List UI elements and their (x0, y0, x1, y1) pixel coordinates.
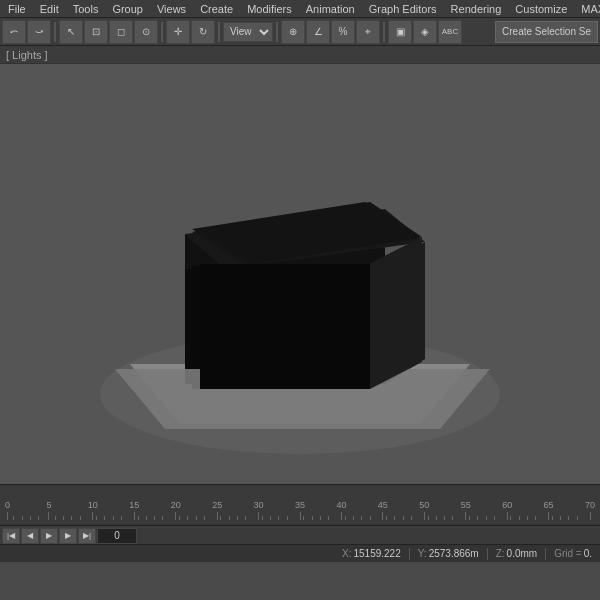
tick-label-25: 25 (212, 500, 222, 510)
tick-label-40: 40 (336, 500, 346, 510)
timeline-minor-tick (237, 516, 238, 520)
minor-tick-line (519, 516, 520, 520)
timeline-minor-tick (353, 516, 354, 520)
timeline-minor-tick (452, 516, 453, 520)
move-button[interactable]: ✛ (166, 20, 190, 44)
tick-line-0 (7, 512, 8, 520)
render-button[interactable]: ▣ (388, 20, 412, 44)
timeline-tick-0: 0 (5, 500, 10, 520)
menu-maxscript[interactable]: MAXScript (575, 0, 600, 18)
minor-tick-line (287, 516, 288, 520)
timeline-minor-tick (22, 516, 23, 520)
snap-toggle[interactable]: ⊕ (281, 20, 305, 44)
minor-tick-line (535, 516, 536, 520)
minor-tick-line (55, 516, 56, 520)
timeline-minor-tick (386, 516, 387, 520)
select-button[interactable]: ↖ (59, 20, 83, 44)
quick-render-button[interactable]: ◈ (413, 20, 437, 44)
timeline-minor-tick (146, 516, 147, 520)
menu-edit[interactable]: Edit (34, 0, 65, 18)
toolbar-left-group: ⤺ ⤻ ↖ ⊡ ◻ ⊙ ✛ ↻ View World Local (2, 20, 462, 44)
minor-tick-line (237, 516, 238, 520)
create-selection-set-button[interactable]: Create Selection Se (495, 21, 598, 43)
percent-snap-toggle[interactable]: % (331, 20, 355, 44)
menu-animation[interactable]: Animation (300, 0, 361, 18)
timeline-minor-tick (162, 516, 163, 520)
next-frame-icon: ▶ (65, 531, 71, 540)
minor-tick-line (196, 516, 197, 520)
minor-tick-line (187, 516, 188, 520)
timeline-minor-tick (229, 516, 230, 520)
spinner-snap-toggle[interactable]: ⌖ (356, 20, 380, 44)
menu-customize[interactable]: Customize (509, 0, 573, 18)
scene-3d-view (0, 64, 600, 484)
play-button[interactable]: ▶ (40, 528, 58, 544)
timeline-tick-70: 70 (585, 500, 595, 520)
menu-group[interactable]: Group (106, 0, 149, 18)
timeline-minor-tick (477, 516, 478, 520)
minor-tick-line (262, 516, 263, 520)
lasso-button[interactable]: ◻ (109, 20, 133, 44)
timeline-minor-tick (469, 516, 470, 520)
undo-button[interactable]: ⤺ (2, 20, 26, 44)
abc-icon: ABC (442, 27, 458, 36)
redo-icon: ⤻ (35, 26, 43, 37)
menu-modifiers[interactable]: Modifiers (241, 0, 298, 18)
tick-line-40 (341, 512, 342, 520)
minor-tick-line (146, 516, 147, 520)
timeline-minor-tick (179, 516, 180, 520)
minor-tick-line (560, 516, 561, 520)
next-frame-button[interactable]: ▶ (59, 528, 77, 544)
rotate-button[interactable]: ↻ (191, 20, 215, 44)
timeline-minor-tick (196, 516, 197, 520)
lasso-icon: ◻ (117, 26, 125, 37)
timeline: 0510152025303540455055606570 |◀ ◀ ▶ ▶ ▶| (0, 484, 600, 544)
z-value: 0.0mm (507, 548, 538, 559)
minor-tick-line (486, 516, 487, 520)
timeline-minor-tick (138, 516, 139, 520)
prev-frame-button[interactable]: ◀ (21, 528, 39, 544)
last-frame-button[interactable]: ▶| (78, 528, 96, 544)
abc-button[interactable]: ABC (438, 20, 462, 44)
timeline-minor-tick (403, 516, 404, 520)
timeline-minor-tick (361, 516, 362, 520)
timeline-minor-tick (535, 516, 536, 520)
tick-line-20 (175, 512, 176, 520)
timeline-minor-tick (30, 516, 31, 520)
tick-label-70: 70 (585, 500, 595, 510)
redo-button[interactable]: ⤻ (27, 20, 51, 44)
grid-item: Grid = 0. (550, 548, 596, 559)
toolbar-sep-5 (383, 22, 385, 42)
grid-value: 0. (584, 548, 592, 559)
minor-tick-line (220, 516, 221, 520)
toolbar: ⤺ ⤻ ↖ ⊡ ◻ ⊙ ✛ ↻ View World Local (0, 18, 600, 46)
timeline-track[interactable]: 0510152025303540455055606570 (0, 485, 600, 525)
paint-select-button[interactable]: ⊙ (134, 20, 158, 44)
viewport[interactable] (0, 64, 600, 484)
minor-tick-line (121, 516, 122, 520)
reference-coord-select[interactable]: View World Local (223, 22, 273, 42)
menu-create[interactable]: Create (194, 0, 239, 18)
tick-line-25 (217, 512, 218, 520)
minor-tick-line (510, 516, 511, 520)
minor-tick-line (13, 516, 14, 520)
menu-file[interactable]: File (2, 0, 32, 18)
timeline-ticks: 0510152025303540455055606570 (5, 490, 595, 520)
tick-label-15: 15 (129, 500, 139, 510)
timeline-minor-tick (38, 516, 39, 520)
menu-tools[interactable]: Tools (67, 0, 105, 18)
tick-line-55 (465, 512, 466, 520)
menu-rendering[interactable]: Rendering (445, 0, 508, 18)
select-region-button[interactable]: ⊡ (84, 20, 108, 44)
timeline-minor-tick (113, 516, 114, 520)
timeline-minor-tick (287, 516, 288, 520)
x-value: 15159.222 (353, 548, 400, 559)
viewport-label-text: [ Lights ] (6, 49, 48, 61)
menu-views[interactable]: Views (151, 0, 192, 18)
first-frame-button[interactable]: |◀ (2, 528, 20, 544)
minor-tick-line (328, 516, 329, 520)
svg-marker-15 (200, 264, 370, 389)
frame-input[interactable] (97, 528, 137, 544)
angle-snap-toggle[interactable]: ∠ (306, 20, 330, 44)
menu-graph-editors[interactable]: Graph Editors (363, 0, 443, 18)
